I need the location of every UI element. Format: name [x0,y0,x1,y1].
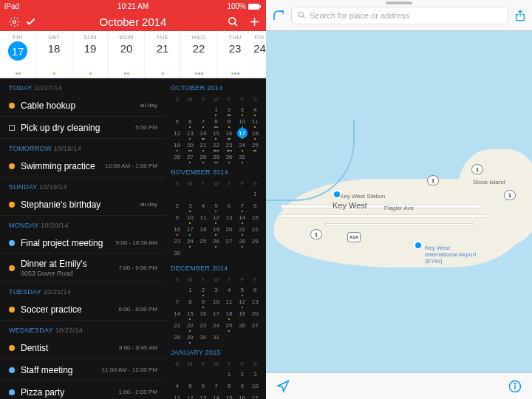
mini-day[interactable]: 24 [210,319,223,331]
mini-day[interactable]: 13 [197,392,210,399]
mini-day[interactable]: 2 [236,368,249,380]
mini-day[interactable]: 16 [236,392,249,399]
mini-day[interactable]: 6 [197,380,210,392]
mini-day[interactable]: 18 [248,127,262,139]
mini-day[interactable]: 22 [184,319,197,331]
mini-day[interactable]: 12 [184,392,197,399]
mini-day[interactable]: 29 [248,235,262,247]
grabber-handle[interactable] [386,1,412,4]
mini-day[interactable]: 16 [197,307,210,319]
event-row[interactable]: Soccer practice6:00 - 8:00 PM [0,299,166,321]
mini-day[interactable]: 4 [248,103,262,115]
mini-day[interactable]: 9 [197,296,210,307]
mini-day[interactable]: 10 [184,211,197,223]
event-row[interactable]: Pizza party1:00 - 2:00 PM [0,381,166,399]
mini-day[interactable]: 19 [236,307,249,319]
day-column[interactable]: TUE21 [145,31,181,78]
mini-day[interactable]: 6 [248,284,262,296]
mini-day[interactable]: 21 [171,319,184,331]
mini-day[interactable]: 26 [236,319,249,331]
mini-day[interactable]: 21 [236,223,249,235]
mini-day[interactable]: 20 [184,139,197,151]
mini-day[interactable]: 10 [210,296,223,307]
mini-day[interactable]: 6 [184,115,197,127]
mini-day[interactable]: 2 [171,200,184,211]
event-row[interactable]: Swimming practice10:00 AM - 1:00 PM [0,155,166,177]
mini-day[interactable]: 28 [171,331,184,343]
mini-day[interactable]: 18 [197,223,210,235]
mini-day[interactable]: 5 [184,380,197,392]
mini-day[interactable]: 17 [184,223,197,235]
mini-day[interactable]: 5 [236,284,249,296]
week-strip[interactable]: FRI17SAT18SUN19MON20TUE21WED22THU23FRI24 [0,31,266,78]
mini-day[interactable]: 3 [236,103,249,115]
mini-day[interactable]: 1 [184,284,197,296]
mini-day[interactable]: 8 [184,296,197,307]
mini-day[interactable]: 11 [197,211,210,223]
mini-day[interactable]: 31 [210,331,223,343]
share-icon[interactable] [514,9,526,22]
day-column[interactable]: THU23 [217,31,253,78]
mini-day[interactable]: 28 [197,151,210,163]
event-row[interactable]: Dentist8:00 - 8:45 AM [0,337,166,359]
mini-day[interactable]: 1 [222,368,236,380]
search-icon[interactable] [228,16,239,27]
mini-day[interactable]: 4 [222,284,236,296]
mini-day[interactable]: 26 [210,235,223,247]
mini-day[interactable]: 29 [210,151,223,163]
mini-day[interactable]: 21 [197,139,210,151]
mini-day[interactable]: 2 [197,284,210,296]
mini-day[interactable]: 3 [210,284,223,296]
add-icon[interactable] [249,16,260,27]
mini-day[interactable]: 1 [210,103,223,115]
day-column[interactable]: SAT18 [36,31,72,78]
day-column[interactable]: WED22 [181,31,217,78]
mini-day[interactable]: 16 [222,127,236,139]
mini-day[interactable]: 17 [248,392,262,399]
mini-day[interactable]: 8 [210,115,223,127]
mini-day[interactable]: 16 [171,223,184,235]
checkbox-icon[interactable] [9,125,15,131]
mini-day[interactable]: 20 [248,307,262,319]
mini-day[interactable]: 9 [236,380,249,392]
mini-month-grid[interactable]: SMTWTFS123456789101112131415161718192021… [171,359,262,399]
mini-month-grid[interactable]: SMTWTFS123456789101112131415161718192021… [171,95,262,163]
mini-day[interactable]: 14 [210,392,223,399]
mini-day[interactable]: 11 [222,296,236,307]
event-row[interactable]: Cable hookupall-day [0,95,166,117]
directions-icon[interactable] [272,9,285,22]
mini-day[interactable]: 7 [197,115,210,127]
mini-day[interactable]: 3 [184,200,197,211]
day-column[interactable]: SUN19 [72,31,109,78]
event-row[interactable]: Stephanie's birthdayall-day [0,194,166,216]
mini-day[interactable]: 8 [222,380,236,392]
mini-day[interactable]: 5 [210,200,223,211]
mini-day[interactable]: 13 [248,296,262,307]
mini-day[interactable]: 27 [222,235,236,247]
mini-day[interactable]: 28 [236,235,249,247]
mini-day[interactable]: 17 [210,307,223,319]
mini-day[interactable]: 5 [171,115,184,127]
mini-day[interactable]: 14 [197,127,210,139]
mini-day[interactable]: 4 [171,380,184,392]
mini-day[interactable]: 8 [248,200,262,211]
map-canvas[interactable]: Key West Key West Station Flagler Ave St… [266,31,532,372]
locate-icon[interactable] [276,380,290,393]
header-title[interactable]: October 2014 [0,16,266,28]
mini-day[interactable]: 13 [184,127,197,139]
mini-day[interactable]: 25 [248,139,262,151]
event-row[interactable]: Dinner at Emily's9053 Dover Road7:00 - 9… [0,254,166,282]
mini-day[interactable]: 25 [197,235,210,247]
mini-day[interactable]: 30 [171,247,184,259]
mini-day[interactable]: 23 [171,235,184,247]
mini-day[interactable]: 9 [171,211,184,223]
event-row[interactable]: Staff meeting11:00 AM - 12:00 PM [0,359,166,381]
mini-day[interactable]: 15 [210,127,223,139]
day-column[interactable]: FRI24 [253,31,267,78]
mini-day[interactable]: 7 [171,296,184,307]
mini-calendar-list[interactable]: OCTOBER 2014SMTWTFS123456789101112131415… [166,78,266,399]
mini-day[interactable]: 11 [248,115,262,127]
mini-day[interactable]: 10 [248,380,262,392]
mini-day[interactable]: 6 [222,200,236,211]
mini-day[interactable]: 13 [222,211,236,223]
